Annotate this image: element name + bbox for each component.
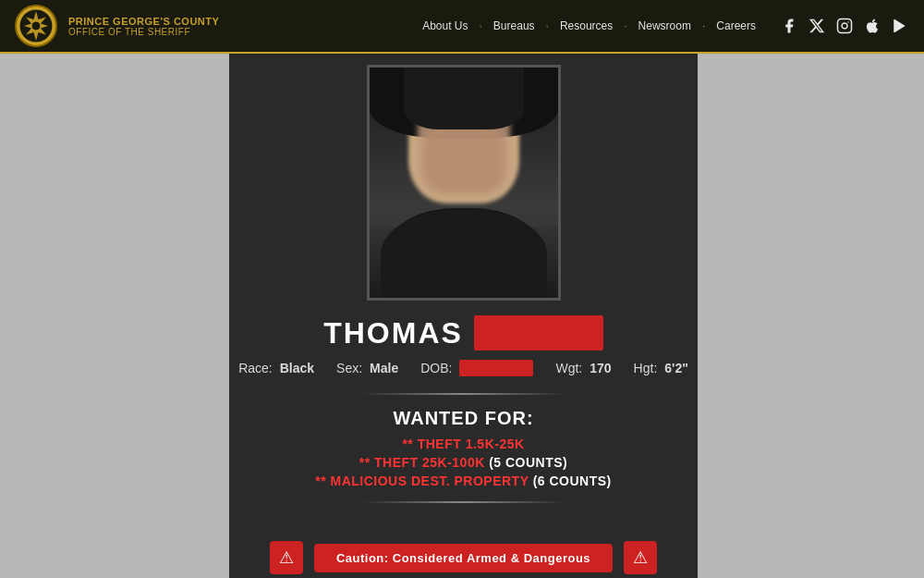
charge-3: ** MALICIOUS DEST. PROPERTY (6 COUNTS) — [315, 473, 612, 488]
charge-2: ** THEFT 25K-100K (5 COUNTS) — [359, 455, 568, 470]
warning-icon-left: ⚠ — [270, 541, 303, 574]
wanted-card: THOMAS Race: Black Sex: Male DOB: Wgt: 1… — [229, 54, 698, 578]
wanted-for-title: WANTED FOR: — [393, 408, 533, 429]
dob-redacted — [459, 360, 533, 376]
site-header: PRINCE GEORGE'S COUNTY OFFICE OF THE SHE… — [0, 0, 924, 54]
header-title-line2: OFFICE OF THE SHERIFF — [68, 27, 219, 37]
wanted-for-label: WANTED FOR: — [393, 408, 533, 428]
suspect-last-name-redacted — [474, 315, 603, 350]
nav-bureaus[interactable]: Bureaus — [488, 16, 541, 36]
charge-2-count-val: (5 COUNTS) — [489, 455, 567, 470]
nav-careers[interactable]: Careers — [711, 16, 761, 36]
svg-point-3 — [31, 21, 41, 31]
header-title-block: PRINCE GEORGE'S COUNTY OFFICE OF THE SHE… — [68, 16, 219, 37]
mugshot-photo — [367, 65, 561, 301]
charge-3-count-val: (6 COUNTS) — [533, 473, 612, 488]
svg-rect-4 — [838, 19, 852, 33]
nav-sep-4: · — [702, 19, 705, 32]
sheriff-badge-logo — [15, 5, 57, 47]
nav-sep-1: · — [480, 19, 482, 32]
divider-top — [362, 393, 565, 395]
race-value: Black — [280, 361, 314, 375]
twitter-x-icon[interactable] — [808, 17, 826, 35]
wgt-value: 170 — [590, 361, 611, 375]
google-play-icon[interactable] — [891, 17, 909, 35]
suspect-first-name: THOMAS — [323, 316, 463, 350]
hgt-label: Hgt: — [634, 361, 658, 375]
mugshot-face — [370, 65, 558, 301]
warning-text: Caution: Considered Armed & Dangerous — [336, 551, 590, 565]
facebook-icon[interactable] — [780, 17, 798, 35]
instagram-icon[interactable] — [835, 17, 854, 35]
header-title-line1: PRINCE GEORGE'S COUNTY — [68, 16, 219, 27]
wgt-label: Wgt: — [555, 361, 582, 375]
warning-bar: ⚠ Caution: Considered Armed & Dangerous … — [229, 537, 698, 578]
nav-sep-2: · — [546, 19, 549, 32]
left-sidebar — [0, 54, 229, 578]
dob-label: DOB: — [420, 361, 452, 375]
charge-2-text: ** THEFT 25K-100K — [359, 455, 485, 470]
sex-label: Sex: — [336, 361, 362, 375]
right-sidebar — [698, 54, 924, 578]
main-nav: About Us · Bureaus · Resources · Newsroo… — [417, 16, 761, 36]
nav-about-us[interactable]: About Us — [417, 16, 473, 36]
apple-icon[interactable] — [863, 17, 881, 35]
divider-bottom — [362, 501, 565, 503]
charge-1: ** THEFT 1.5K-25K — [402, 437, 524, 451]
nav-sep-3: · — [624, 19, 626, 32]
charge-3-text: ** MALICIOUS DEST. PROPERTY — [315, 473, 529, 488]
social-links — [780, 17, 909, 35]
main-content: THOMAS Race: Black Sex: Male DOB: Wgt: 1… — [0, 54, 924, 578]
nav-newsroom[interactable]: Newsroom — [633, 16, 697, 36]
warning-icon-right: ⚠ — [624, 541, 657, 574]
sex-value: Male — [370, 361, 398, 375]
charge-1-text: ** THEFT 1.5K-25K — [402, 437, 524, 451]
warning-badge: Caution: Considered Armed & Dangerous — [314, 544, 613, 572]
nav-resources[interactable]: Resources — [554, 16, 618, 36]
suspect-name-section: THOMAS — [323, 315, 603, 350]
hgt-value: 6'2" — [664, 361, 688, 375]
suspect-details-row: Race: Black Sex: Male DOB: Wgt: 170 Hgt:… — [238, 360, 688, 376]
race-label: Race: — [238, 361, 273, 375]
